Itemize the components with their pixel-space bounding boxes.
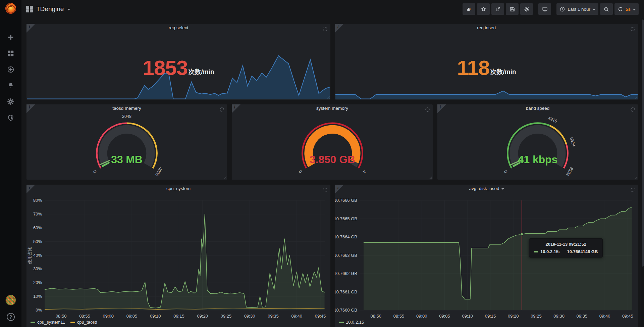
scrollbar-thumb[interactable] bbox=[642, 19, 644, 267]
svg-text:09:35: 09:35 bbox=[577, 314, 588, 319]
sidebar-item-explore[interactable] bbox=[7, 66, 14, 73]
series-dash-icon bbox=[339, 322, 344, 323]
panel-title[interactable]: avg_disk_used bbox=[335, 186, 638, 191]
svg-text:50%: 50% bbox=[33, 239, 42, 244]
cpu-system-chart[interactable]: 0%10%20%30%40%50%60%70%80%08:5008:5509:0… bbox=[26, 193, 331, 322]
svg-text:09:35: 09:35 bbox=[268, 314, 279, 319]
sidebar-item-dashboards[interactable] bbox=[7, 50, 14, 57]
svg-text:60%: 60% bbox=[33, 225, 42, 230]
sidebar-item-server-admin[interactable] bbox=[7, 114, 14, 122]
save-icon bbox=[509, 6, 515, 12]
dashboards-icon bbox=[7, 50, 14, 57]
panel-cpu-system: i cpu_system 0%10%20%30%40%50%60%70%80%0… bbox=[26, 184, 331, 327]
panel-req-insert: i req insert 118 次数/min bbox=[335, 24, 638, 100]
spinner-icon bbox=[631, 107, 635, 112]
share-icon bbox=[495, 6, 501, 12]
panel-title[interactable]: req insert bbox=[335, 25, 638, 30]
chevron-down-icon bbox=[633, 9, 636, 10]
spinner-icon bbox=[323, 188, 327, 192]
svg-text:09:10: 09:10 bbox=[462, 314, 473, 319]
save-button[interactable] bbox=[506, 3, 519, 15]
svg-text:40%: 40% bbox=[33, 253, 42, 258]
cycle-view-button[interactable] bbox=[538, 3, 551, 15]
svg-text:09:15: 09:15 bbox=[485, 314, 496, 319]
svg-text:09:25: 09:25 bbox=[221, 314, 232, 319]
legend-label: cpu_system11 bbox=[37, 320, 65, 325]
sidebar-item-alerting[interactable] bbox=[7, 82, 14, 89]
settings-button[interactable] bbox=[520, 3, 533, 15]
svg-text:41 kbps: 41 kbps bbox=[518, 153, 557, 166]
star-button[interactable] bbox=[477, 3, 490, 15]
svg-text:09:20: 09:20 bbox=[197, 314, 208, 319]
star-icon bbox=[481, 6, 486, 12]
svg-text:10.7664 GB: 10.7664 GB bbox=[335, 234, 357, 239]
share-button[interactable] bbox=[491, 3, 504, 15]
grafana-logo-icon[interactable] bbox=[4, 2, 17, 15]
panel-title[interactable]: req select bbox=[26, 25, 330, 30]
time-range-picker[interactable]: Last 1 hour bbox=[556, 3, 598, 15]
spinner-icon bbox=[323, 27, 327, 31]
series-dash-icon bbox=[534, 251, 538, 252]
svg-text:09:10: 09:10 bbox=[150, 314, 161, 319]
chevron-down-icon bbox=[593, 9, 595, 10]
tooltip-time: 2019-11-13 09:21:52 bbox=[534, 242, 598, 247]
svg-text:10.7663 GB: 10.7663 GB bbox=[335, 253, 357, 258]
shield-icon bbox=[7, 114, 14, 122]
svg-text:10.7661 GB: 10.7661 GB bbox=[335, 289, 357, 294]
panel-title[interactable]: band speed bbox=[437, 106, 638, 111]
svg-text:4: 4 bbox=[362, 169, 367, 174]
refresh-button[interactable]: 5s bbox=[614, 3, 639, 15]
svg-text:10%: 10% bbox=[33, 294, 42, 299]
help-glyph: ? bbox=[9, 314, 12, 320]
svg-text:使用占比: 使用占比 bbox=[27, 247, 32, 264]
help-icon[interactable]: ? bbox=[7, 313, 15, 321]
legend: cpu_system11cpu_taosd bbox=[31, 320, 97, 325]
sidebar-item-configuration[interactable] bbox=[7, 98, 14, 105]
zoom-out-button[interactable] bbox=[600, 3, 613, 15]
svg-text:08:50: 08:50 bbox=[370, 314, 381, 319]
legend-item-cpu_system11[interactable]: cpu_system11 bbox=[31, 320, 65, 325]
dashboard-title[interactable]: TDengine bbox=[36, 5, 64, 13]
svg-text:08:55: 08:55 bbox=[393, 314, 405, 319]
compass-icon bbox=[7, 66, 14, 73]
resize-handle[interactable] bbox=[223, 176, 226, 179]
svg-text:09:40: 09:40 bbox=[599, 314, 610, 319]
panel-title[interactable]: system memory bbox=[232, 106, 433, 111]
chevron-down-icon bbox=[67, 9, 70, 10]
svg-text:0%: 0% bbox=[36, 308, 42, 313]
refresh-icon bbox=[618, 6, 623, 12]
scrollbar[interactable] bbox=[641, 18, 644, 327]
svg-text:09:15: 09:15 bbox=[173, 314, 184, 319]
panel-title[interactable]: taosd memery bbox=[26, 106, 227, 111]
zoom-out-icon bbox=[603, 6, 609, 12]
svg-text:09:45: 09:45 bbox=[622, 314, 633, 319]
svg-text:10.7666 GB: 10.7666 GB bbox=[335, 198, 357, 203]
svg-text:08:50: 08:50 bbox=[56, 314, 67, 319]
legend-label: cpu_taosd bbox=[77, 320, 97, 325]
tooltip-value: 10.7664146 GB bbox=[567, 249, 598, 254]
gauge-chart: 043.850 GB bbox=[232, 112, 433, 178]
resize-handle[interactable] bbox=[429, 176, 432, 179]
monitor-icon bbox=[542, 6, 548, 12]
svg-text:08:55: 08:55 bbox=[79, 314, 90, 319]
legend-item-cpu_taosd[interactable]: cpu_taosd bbox=[70, 320, 97, 325]
svg-text:80%: 80% bbox=[33, 198, 42, 203]
spinner-icon bbox=[220, 107, 224, 112]
svg-text:20%: 20% bbox=[33, 280, 42, 285]
panel-avg-disk-used: i avg_disk_used 10.7660 GB10.7661 GB10.7… bbox=[335, 184, 638, 327]
add-panel-button[interactable] bbox=[463, 3, 475, 15]
panel-title[interactable]: cpu_system bbox=[26, 186, 330, 191]
svg-text:0: 0 bbox=[92, 169, 98, 174]
dashboard-grid-icon[interactable] bbox=[26, 6, 33, 12]
svg-text:70%: 70% bbox=[33, 212, 42, 217]
clock-icon bbox=[559, 6, 565, 12]
svg-text:10.7660 GB: 10.7660 GB bbox=[335, 308, 357, 313]
svg-text:09:45: 09:45 bbox=[315, 314, 326, 319]
resize-handle[interactable] bbox=[634, 176, 637, 179]
svg-text:6554: 6554 bbox=[569, 137, 576, 147]
sidebar-item-create[interactable] bbox=[7, 34, 14, 41]
avg-disk-used-chart[interactable]: 10.7660 GB10.7661 GB10.7662 GB10.7663 GB… bbox=[335, 193, 639, 322]
svg-text:4096: 4096 bbox=[154, 166, 163, 177]
user-avatar[interactable] bbox=[5, 295, 16, 306]
legend-item-10.0.2.15[interactable]: 10.0.2.15 bbox=[339, 320, 364, 325]
